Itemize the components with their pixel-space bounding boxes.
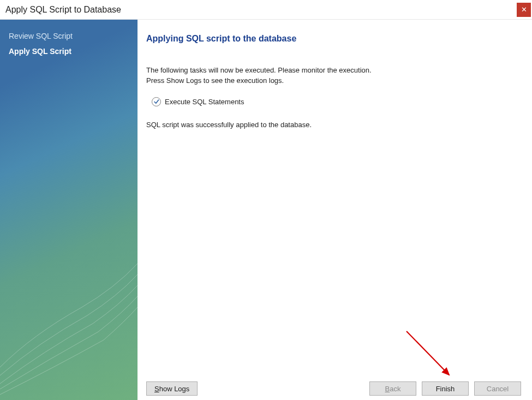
- page-heading: Applying SQL script to the database: [146, 34, 521, 44]
- task-row: Execute SQL Statements: [152, 97, 521, 106]
- close-icon: ✕: [521, 5, 527, 14]
- back-button: Back: [369, 381, 416, 396]
- window-title: Apply SQL Script to Database: [5, 5, 121, 15]
- status-message: SQL script was successfully applied to t…: [146, 121, 521, 129]
- task-label: Execute SQL Statements: [165, 98, 244, 106]
- titlebar: Apply SQL Script to Database ✕: [0, 0, 532, 20]
- close-button[interactable]: ✕: [517, 3, 531, 17]
- checkmark-icon: [152, 97, 161, 106]
- wizard-sidebar: Review SQL Script Apply SQL Script: [0, 20, 138, 400]
- dialog-content: Review SQL Script Apply SQL Script Apply…: [0, 20, 532, 400]
- finish-button[interactable]: Finish: [422, 381, 469, 396]
- svg-line-1: [407, 331, 449, 375]
- dialog-footer: Show Logs Back Finish Cancel: [146, 381, 521, 396]
- cancel-button: Cancel: [474, 381, 521, 396]
- sidebar-item-apply-sql[interactable]: Apply SQL Script: [0, 45, 138, 60]
- show-logs-button[interactable]: Show Logs: [146, 381, 198, 396]
- sidebar-item-review-sql[interactable]: Review SQL Script: [0, 29, 138, 45]
- main-panel: Applying SQL script to the database The …: [138, 20, 532, 400]
- sidebar-decor: [0, 225, 138, 400]
- show-logs-rest: how Logs: [159, 385, 190, 393]
- footer-right-buttons: Back Finish Cancel: [369, 381, 521, 396]
- instruction-line-2: Press Show Logs to see the execution log…: [146, 76, 521, 86]
- annotation-arrow-icon: [401, 327, 467, 381]
- instruction-line-1: The following tasks will now be executed…: [146, 65, 521, 75]
